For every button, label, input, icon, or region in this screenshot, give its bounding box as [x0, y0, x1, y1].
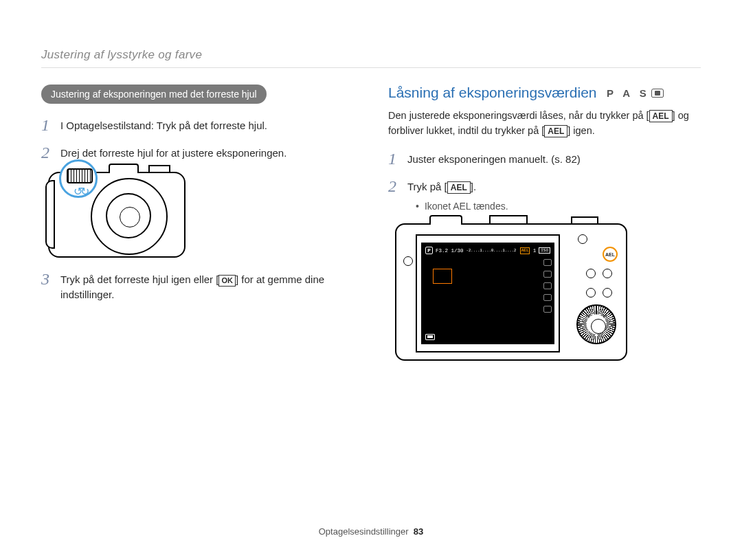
step-number: 1: [388, 150, 401, 168]
lcd-screen: P F3.2 1/30 -2....1....0....1....2 AEL 1…: [416, 234, 560, 352]
step-number: 2: [41, 144, 54, 161]
front-wheel-highlight-icon: ↺↻: [59, 159, 98, 198]
osd-icon: [543, 282, 552, 289]
osd-icon: [543, 259, 552, 266]
left-column: Justering af eksponeringen med det forre…: [41, 85, 354, 361]
step-text: Juster eksponeringen manuelt. (s. 82): [407, 150, 701, 168]
breadcrumb: Justering af lysstyrke og farve: [41, 48, 701, 62]
mode-p-icon: P: [425, 247, 433, 254]
step-text: I Optagelsestilstand: Tryk på det forres…: [60, 116, 354, 134]
control-button-icon: [603, 269, 612, 278]
text: Den justerede eksponeringsværdi låses, n…: [388, 110, 649, 121]
divider: [41, 67, 701, 68]
osd-top-bar: P F3.2 1/30 -2....1....0....1....2 AEL 1…: [425, 245, 550, 256]
control-button-icon: [586, 269, 596, 278]
ael-keycap-icon: AEL: [649, 110, 673, 122]
step-2: 2 Tryk på [AEL]. Ikonet AEL tændes.: [388, 177, 701, 214]
ok-keycap-icon: OK: [218, 275, 236, 287]
right-steps: 1 Juster eksponeringen manuelt. (s. 82) …: [388, 150, 701, 214]
control-button-icon: [578, 234, 587, 244]
video-mode-icon: [651, 89, 664, 98]
text: ] igen.: [567, 125, 595, 136]
ael-physical-button-icon: AEL: [603, 247, 618, 262]
step-number: 2: [388, 177, 401, 195]
text: Tryk på [: [407, 181, 447, 192]
heading-row: Låsning af eksponeringsværdien P A S: [388, 85, 701, 101]
osd-ael-indicator-icon: AEL: [520, 247, 530, 254]
page-footer: Optagelsesindstillinger 83: [0, 526, 742, 537]
osd-right-icons: [543, 259, 552, 313]
right-column: Låsning af eksponeringsværdien P A S Den…: [388, 85, 701, 361]
camera-back-illustration: P F3.2 1/30 -2....1....0....1....2 AEL 1…: [395, 223, 627, 361]
lead-paragraph: Den justerede eksponeringsværdi låses, n…: [388, 108, 701, 139]
page-number: 83: [414, 526, 423, 537]
osd-icon: [543, 271, 552, 278]
osd-aperture-shutter: F3.2 1/30: [436, 248, 464, 254]
step-text: Tryk på [AEL]. Ikonet AEL tændes.: [407, 177, 701, 214]
osd-iso-icon: ISO: [539, 247, 550, 254]
ael-keycap-icon: AEL: [447, 181, 471, 194]
osd-focus-bracket-icon: [433, 269, 452, 284]
text: Tryk på det forreste hjul igen eller [: [60, 273, 218, 285]
sub-bullet: Ikonet AEL tændes.: [407, 199, 701, 214]
step-number: 1: [41, 116, 54, 134]
left-steps-cont: 3 Tryk på det forreste hjul igen eller […: [41, 270, 354, 303]
mode-indicator: P A S: [607, 87, 664, 99]
osd-ev-scale: -2....1....0....1....2: [466, 248, 517, 253]
camera-front-illustration: ↺↻: [48, 172, 186, 258]
step-3: 3 Tryk på det forreste hjul igen eller […: [41, 270, 354, 303]
left-steps: 1 I Optagelsestilstand: Tryk på det forr…: [41, 116, 354, 162]
osd-counter: 1: [533, 248, 537, 254]
front-wheel-icon: [67, 168, 93, 183]
footer-section: Optagelsesindstillinger: [319, 526, 409, 537]
control-button-icon: [603, 288, 612, 298]
control-button-icon: [586, 288, 596, 298]
osd-icon: [543, 294, 552, 301]
section-heading: Låsning af eksponeringsværdien: [388, 85, 597, 100]
ael-keycap-icon: AEL: [544, 125, 567, 137]
rotate-arrows-icon: ↺↻: [74, 185, 87, 198]
control-button-icon: [403, 256, 413, 266]
text: ].: [471, 181, 476, 192]
step-text: Drej det forreste hjul for at justere ek…: [60, 144, 354, 161]
step-text: Tryk på det forreste hjul igen eller [OK…: [60, 270, 354, 303]
step-2: 2 Drej det forreste hjul for at justere …: [41, 144, 354, 161]
step-1: 1 I Optagelsestilstand: Tryk på det forr…: [41, 116, 354, 134]
osd-battery-icon: [425, 334, 435, 340]
section-pill: Justering af eksponeringen med det forre…: [41, 85, 267, 104]
rear-control-wheel-icon: [576, 304, 616, 344]
mode-letters: P A S: [607, 87, 650, 99]
content-columns: Justering af eksponeringen med det forre…: [41, 85, 701, 361]
step-number: 3: [41, 270, 54, 288]
osd-icon: [543, 306, 552, 313]
step-1: 1 Juster eksponeringen manuelt. (s. 82): [388, 150, 701, 168]
